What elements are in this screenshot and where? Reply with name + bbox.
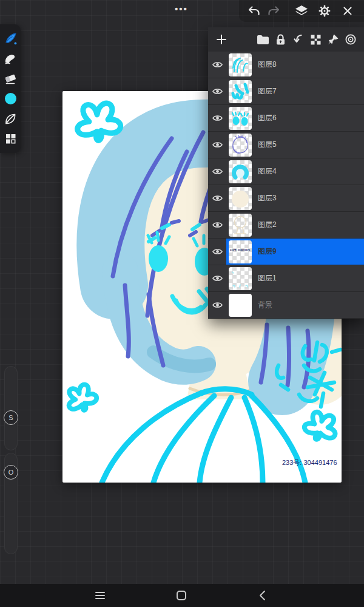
home-square-icon — [176, 590, 187, 601]
visibility-eye-icon[interactable] — [208, 212, 226, 238]
layer-name: 图层7 — [258, 86, 277, 97]
layer-thumbnail[interactable] — [229, 214, 252, 237]
leaf-icon — [4, 112, 17, 126]
layers-panel-header — [208, 27, 364, 52]
layer-row-content[interactable]: 图层8 — [226, 52, 364, 78]
visibility-eye-icon[interactable] — [208, 78, 226, 104]
layers-panel: 图层8图层7图层6图层5图层4图层3图层2233号: 304491476图层9图… — [208, 27, 364, 319]
layer-thumbnail[interactable] — [229, 160, 252, 183]
close-icon — [343, 6, 352, 16]
visibility-eye-icon[interactable] — [208, 52, 226, 78]
eraser-icon — [4, 72, 17, 85]
undo-icon — [248, 5, 261, 16]
layer-thumbnail[interactable] — [229, 294, 252, 317]
layer-row-6[interactable]: 图层3 — [208, 185, 364, 212]
layer-row-10[interactable]: 背景 — [208, 292, 364, 319]
layer-row-content[interactable]: 图层2 — [226, 212, 364, 238]
layer-name: 图层6 — [258, 113, 277, 123]
opacity-slider-handle[interactable]: O — [4, 465, 18, 480]
back-chevron-icon — [258, 590, 266, 601]
visibility-eye-icon[interactable] — [208, 132, 226, 158]
pin-button[interactable] — [326, 33, 340, 46]
layer-row-content[interactable]: 图层6 — [226, 105, 364, 131]
overflow-menu-button[interactable]: ••• — [175, 4, 188, 14]
layer-name: 图层1 — [258, 273, 277, 283]
pattern-button[interactable] — [309, 33, 322, 46]
grid-icon — [5, 133, 16, 144]
layers-icon — [295, 5, 308, 17]
layer-row-content[interactable]: 图层3 — [226, 185, 364, 211]
color-swatch-button[interactable] — [3, 92, 18, 106]
lock-icon — [275, 33, 286, 46]
visibility-eye-icon[interactable] — [208, 239, 226, 265]
undo-button[interactable] — [246, 3, 262, 19]
record-button[interactable] — [344, 33, 357, 46]
gear-icon — [318, 5, 331, 17]
redo-button[interactable] — [266, 3, 281, 19]
brush-size-slider[interactable] — [4, 366, 18, 450]
visibility-eye-icon[interactable] — [208, 158, 226, 185]
layer-row-8[interactable]: 233号: 304491476图层9 — [208, 239, 364, 265]
palette-grid-button[interactable] — [3, 132, 18, 146]
add-layer-button[interactable] — [215, 33, 228, 46]
system-navbar — [0, 584, 364, 607]
brush-icon — [4, 32, 18, 46]
pushpin-icon — [327, 33, 339, 46]
folder-icon — [257, 35, 269, 45]
eraser-tool-button[interactable] — [3, 71, 18, 86]
nav-back-button[interactable] — [258, 590, 266, 601]
brush-tool-button[interactable] — [3, 31, 18, 46]
layer-row-2[interactable]: 图层7 — [208, 78, 364, 105]
layer-row-content[interactable]: 图层5 — [226, 132, 364, 158]
layer-row-5[interactable]: 图层4 — [208, 158, 364, 185]
layer-name: 背景 — [258, 300, 272, 310]
import-arrow-icon — [292, 33, 304, 46]
visibility-eye-icon[interactable] — [208, 265, 226, 291]
pattern-grid-icon — [310, 34, 322, 46]
nav-home-button[interactable] — [176, 590, 187, 601]
layer-row-9[interactable]: 图层1 — [208, 265, 364, 292]
layer-row-content[interactable]: 背景 — [226, 292, 364, 318]
layer-thumbnail[interactable] — [229, 80, 252, 103]
layer-name: 图层5 — [258, 140, 277, 150]
nav-menu-button[interactable] — [94, 591, 106, 600]
layer-row-7[interactable]: 图层2 — [208, 212, 364, 239]
size-slider-handle[interactable]: S — [4, 410, 18, 425]
import-button[interactable] — [291, 33, 305, 46]
smudge-tool-button[interactable] — [3, 51, 18, 66]
plus-icon — [216, 34, 227, 45]
visibility-eye-icon[interactable] — [208, 292, 226, 318]
active-color-dot — [5, 93, 16, 104]
layers-panel-button[interactable] — [294, 3, 309, 19]
layer-thumbnail[interactable] — [229, 134, 252, 157]
layer-row-1[interactable]: 图层8 — [208, 52, 364, 78]
layer-row-3[interactable]: 图层6 — [208, 105, 364, 132]
thumbnail-watermark-text: 233号: 304491476 — [230, 248, 250, 252]
lock-layer-button[interactable] — [274, 33, 287, 46]
layer-thumbnail[interactable] — [229, 53, 252, 76]
visibility-eye-icon[interactable] — [208, 185, 226, 211]
layer-name: 图层4 — [258, 166, 277, 177]
layer-row-content[interactable]: 图层7 — [226, 78, 364, 104]
layer-row-content[interactable]: 图层4 — [226, 158, 364, 185]
visibility-eye-icon[interactable] — [208, 105, 226, 131]
layer-name: 图层8 — [258, 59, 277, 70]
layer-row-content[interactable]: 图层1 — [226, 265, 364, 291]
layer-thumbnail[interactable] — [229, 107, 252, 130]
layers-list: 图层8图层7图层6图层5图层4图层3图层2233号: 304491476图层9图… — [208, 52, 364, 319]
layer-thumbnail[interactable] — [229, 187, 252, 210]
menu-icon — [94, 591, 106, 600]
layer-thumbnail[interactable]: 233号: 304491476 — [229, 240, 252, 263]
layer-row-content[interactable]: 233号: 304491476图层9 — [226, 239, 364, 265]
shape-tool-button[interactable] — [3, 112, 18, 126]
layer-name: 图层2 — [258, 220, 277, 230]
canvas-watermark-text: 233号: 304491476 — [282, 459, 337, 466]
app-window: ••• — [0, 0, 364, 607]
settings-button[interactable] — [317, 3, 332, 19]
tool-sidebar — [0, 24, 21, 153]
layer-row-4[interactable]: 图层5 — [208, 132, 364, 158]
layer-thumbnail[interactable] — [229, 267, 252, 290]
close-button[interactable] — [340, 3, 356, 19]
group-folder-button[interactable] — [256, 33, 269, 46]
target-circle-icon — [345, 33, 357, 46]
